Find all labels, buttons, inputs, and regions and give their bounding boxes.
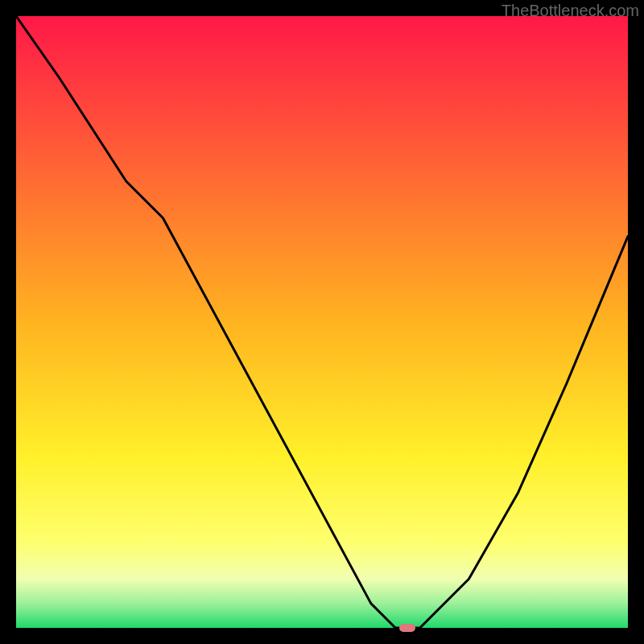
attribution-text: TheBottleneck.com xyxy=(502,2,639,20)
plot-area xyxy=(16,16,628,628)
chart-frame: TheBottleneck.com xyxy=(0,0,644,644)
optimal-point-marker xyxy=(399,624,415,632)
bottleneck-curve xyxy=(16,16,628,628)
